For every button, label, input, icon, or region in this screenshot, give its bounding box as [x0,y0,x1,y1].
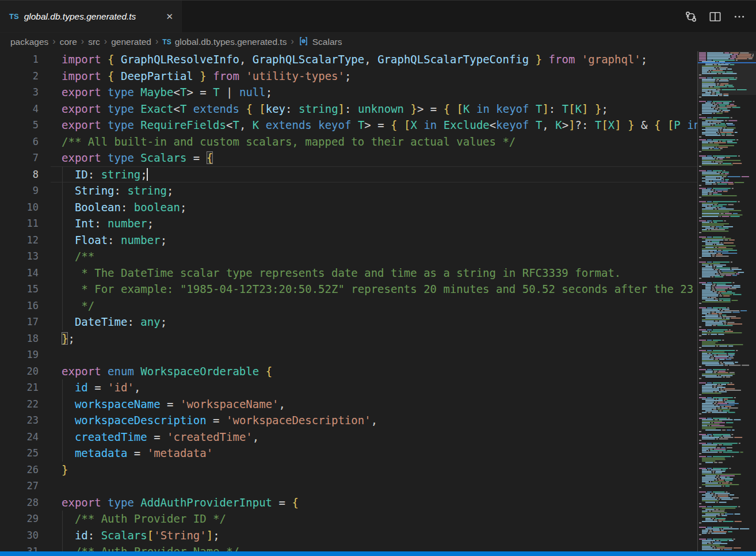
line-number[interactable]: 6 [0,134,51,150]
breadcrumb-label: Scalars [312,37,342,47]
line-number[interactable]: 4 [0,101,51,117]
minimap-canvas [698,51,756,552]
editor-tab[interactable]: TS global.db.types.generated.ts ✕ [0,1,182,32]
indent-guide [62,298,63,314]
breadcrumb: packages›core›src›generated›TSglobal.db.… [0,33,756,51]
code-line[interactable]: Boolean: boolean; [51,199,697,216]
code-line[interactable]: export type Scalars = { [51,150,697,166]
line-number[interactable]: 7 [0,150,51,166]
code-line[interactable]: DateTime: any; [51,314,697,330]
line-number[interactable]: 29 [0,511,51,527]
line-number[interactable]: 14 [0,265,51,281]
code-line[interactable]: metadata = 'metadata' [51,445,697,462]
code-line[interactable]: }; [51,330,697,347]
line-number[interactable]: 21 [0,379,51,396]
indent-guide [62,379,63,396]
code-line[interactable]: workspaceName = 'workspaceName', [51,396,697,413]
line-number[interactable]: 16 [0,298,51,314]
code-line[interactable]: import { GraphQLResolveInfo, GraphQLScal… [51,51,697,68]
line-number[interactable]: 2 [0,68,51,85]
line-number[interactable]: 11 [0,215,51,232]
code-line[interactable] [51,478,697,494]
code-line[interactable]: } [51,462,697,478]
code-line[interactable]: export type RequireFields<T, K extends k… [51,117,697,134]
indent-guide [62,265,63,281]
close-tab-icon[interactable]: ✕ [163,10,175,23]
code-line[interactable]: /** All built-in and custom scalars, map… [51,134,697,150]
line-number[interactable]: 1 [0,51,51,68]
line-number[interactable]: 23 [0,412,51,429]
indent-guide [62,232,63,249]
vscode-window: TS global.db.types.generated.ts ✕ [0,0,756,556]
code-line[interactable]: export type Maybe<T> = T | null; [51,84,697,101]
breadcrumb-label: core [60,37,77,47]
minimap-slider[interactable] [698,51,756,95]
code-lines: import { GraphQLResolveInfo, GraphQLScal… [51,51,697,556]
line-number[interactable]: 17 [0,314,51,330]
line-number[interactable]: 3 [0,84,51,101]
indent-guide [62,182,63,199]
code-line[interactable]: Float: number; [51,232,697,249]
breadcrumb-label: generated [111,37,151,47]
breadcrumb-item[interactable]: Scalars [298,36,342,49]
breadcrumb-item[interactable]: src [88,37,100,47]
breadcrumb-item[interactable]: core [60,37,77,47]
code-line[interactable]: ID: string; [51,166,697,183]
code-line[interactable]: id = 'id', [51,379,697,396]
code-line[interactable]: * The DateTime scalar type represents da… [51,265,697,281]
code-line[interactable]: /** Auth Provider ID */ [51,511,697,527]
indent-guide [62,445,63,462]
line-number[interactable]: 15 [0,281,51,298]
code-line[interactable] [51,346,697,363]
minimap[interactable] [697,51,756,551]
code-line[interactable]: */ [51,298,697,314]
line-number[interactable]: 20 [0,363,51,380]
open-changes-icon[interactable] [681,7,701,26]
line-number[interactable]: 9 [0,182,51,199]
code-line[interactable]: /** [51,248,697,265]
code-line[interactable]: export enum WorkspaceOrderable { [51,363,697,380]
code-line[interactable]: Int: number; [51,215,697,232]
breadcrumb-item[interactable]: TSglobal.db.types.generated.ts [162,37,287,47]
code-line[interactable]: import { DeepPartial } from 'utility-typ… [51,68,697,85]
breadcrumb-label: src [88,37,100,47]
code-editor: 1234567891011121314151617181920212223242… [0,51,697,556]
line-number[interactable]: 22 [0,396,51,413]
text-cursor [147,168,148,181]
status-bar[interactable] [0,551,756,556]
code-line[interactable]: id: Scalars['String']; [51,527,697,544]
indent-guide [62,215,63,232]
breadcrumb-item[interactable]: generated [111,37,151,47]
breadcrumb-label: global.db.types.generated.ts [175,37,287,47]
line-number[interactable]: 18 [0,330,51,347]
line-number[interactable]: 19 [0,346,51,363]
minimap-current-line-marker [698,62,756,63]
breadcrumb-separator: › [155,36,158,47]
indent-guide [62,396,63,413]
breadcrumb-separator: › [291,36,293,47]
breadcrumb-item[interactable]: packages [10,37,48,47]
code-line[interactable]: workspaceDescription = 'workspaceDescrip… [51,412,697,429]
line-number[interactable]: 26 [0,462,51,478]
line-number[interactable]: 13 [0,248,51,265]
more-actions-icon[interactable] [730,7,749,26]
code-line[interactable]: export type Exact<T extends { [key: stri… [51,101,697,117]
indent-guide [62,412,63,429]
line-number[interactable]: 10 [0,199,51,216]
line-number[interactable]: 24 [0,429,51,445]
breadcrumb-separator: › [52,36,55,47]
line-number[interactable]: 25 [0,445,51,462]
line-number-gutter[interactable]: 1234567891011121314151617181920212223242… [0,51,51,556]
typescript-file-icon: TS [9,12,19,21]
code-line[interactable]: String: string; [51,182,697,199]
line-number[interactable]: 12 [0,232,51,249]
line-number[interactable]: 28 [0,494,51,511]
line-number[interactable]: 27 [0,478,51,494]
code-line[interactable]: createdTime = 'createdTime', [51,429,697,445]
line-number[interactable]: 5 [0,117,51,134]
code-line[interactable]: * For example: "1985-04-12T23:20:50.52Z"… [51,281,697,298]
line-number[interactable]: 30 [0,527,51,544]
split-editor-icon[interactable] [705,7,725,26]
line-number[interactable]: 8 [0,166,51,183]
code-line[interactable]: export type AddAuthProviderInput = { [51,494,697,511]
